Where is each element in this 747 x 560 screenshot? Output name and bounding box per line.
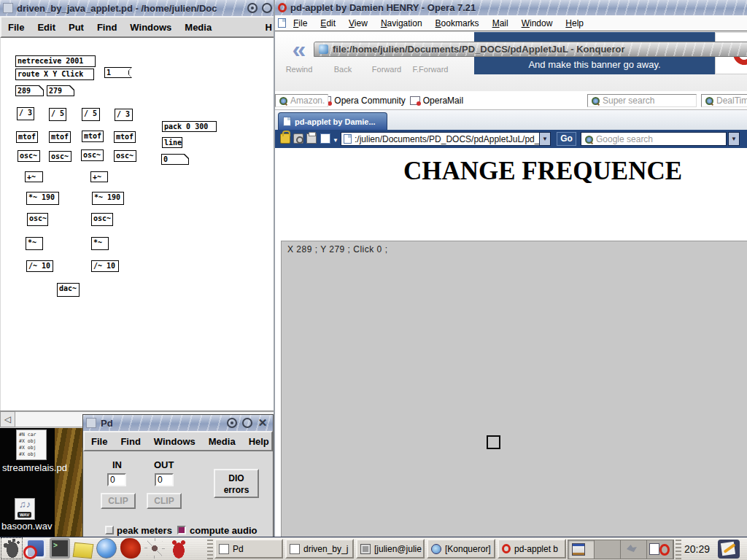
pd-node[interactable]: osc~ [18,150,40,162]
shade-button[interactable] [247,3,258,13]
pd-node[interactable]: 279 [47,85,74,96]
panel-handle[interactable] [676,539,681,559]
search-field[interactable]: Super search [587,94,697,107]
security-lock-icon[interactable] [280,133,290,144]
task-button[interactable]: pd-applet b [498,539,566,559]
pd-node[interactable]: *~ 190 [92,192,124,205]
bookmark-item[interactable]: OperaMail [410,96,463,106]
pd-node[interactable]: mtof [114,131,136,143]
workspace-cell[interactable] [647,540,673,559]
patch-menu-help[interactable]: H [259,22,274,33]
pd-menu-item[interactable]: Media [202,436,242,447]
pd-menu-item[interactable]: Find [114,436,147,447]
patch-menu-item[interactable]: Find [90,22,123,33]
launcher-icon[interactable] [120,538,141,559]
dropdown-caret-icon[interactable]: ▼ [333,137,338,144]
print-icon[interactable] [306,133,317,144]
opera-menu-item[interactable]: Bookmarks [430,18,485,28]
pd-node[interactable]: +~ [90,171,108,182]
bookmark-item[interactable]: Opera Community [321,96,405,106]
task-button[interactable]: driven_by_j [285,539,354,559]
pd-node[interactable]: dac~ [57,283,80,297]
pd-node[interactable]: osc~ [114,150,136,162]
address-input[interactable]: :/julien/Documents/PD_DOCS/pdAppletJuL/p… [341,132,551,146]
opera-menu-item[interactable]: Mail [487,18,514,28]
pd-main-titlebar[interactable]: Pd ✕ [83,415,273,431]
konqueror-titlebar[interactable]: file:/home/julien/Documents/PD_DOCS/pdAp… [314,42,747,57]
patch-menu-item[interactable]: Media [178,22,218,33]
out-level-value[interactable]: 0 [155,473,174,486]
task-button[interactable]: [julien@julie [356,539,425,559]
workspace-cell[interactable] [595,540,621,559]
opera-menu-item[interactable]: Edit [314,18,341,28]
patch-menu-item[interactable]: Edit [31,22,62,33]
maximize-button[interactable] [242,418,252,428]
patch-canvas[interactable]: netreceive 20011route X Y Click289279/ 3… [1,38,274,411]
search-field[interactable]: Amazon. [275,94,328,107]
launcher-icon[interactable] [1,538,22,559]
pd-node[interactable]: mtof [16,131,38,143]
peak-meters-checkbox[interactable] [105,526,114,534]
pd-node[interactable]: osc~ [49,151,71,162]
launcher-icon[interactable] [144,538,165,559]
clip-in-button[interactable]: CLIP [101,493,136,509]
workspace-cell[interactable] [621,540,647,559]
desktop-file-label[interactable]: basoon.wav [1,521,52,532]
opera-menu-item[interactable]: Help [560,18,589,28]
window-menu-icon[interactable] [3,3,13,13]
pd-node[interactable]: mtof [49,131,71,143]
tab-pd-applet[interactable]: pd-applet by Damie... [278,112,387,130]
task-button[interactable]: [Konqueror] [427,539,495,559]
scroll-left-arrow-icon[interactable]: ◁ [0,411,15,427]
panel-handle[interactable] [207,539,213,559]
patch-menu-item[interactable]: Put [62,22,90,33]
pd-node[interactable]: osc~ [91,213,113,226]
pd-menu-item[interactable]: Help [242,436,278,447]
close-icon[interactable]: ✕ [258,418,268,428]
pd-node[interactable]: 1 [104,67,132,78]
patch-menu-item[interactable]: File [1,22,31,33]
opera-menu-item[interactable]: Window [516,18,559,28]
applet-cursor-box[interactable] [487,435,500,449]
desktop-file-icon-streamrelais[interactable]: #N car#X obj#X obj#X obj [16,429,47,460]
patch-menu-item[interactable]: Windows [123,22,178,33]
pd-node[interactable]: netreceive 2001 [15,55,96,67]
launcher-icon[interactable] [73,542,94,558]
images-toggle-icon[interactable] [293,133,303,144]
pd-node[interactable]: *~ 190 [26,192,59,205]
desktop-file-label[interactable]: streamrelais.pd [2,462,67,473]
launcher-icon[interactable] [50,538,70,559]
clip-out-button[interactable]: CLIP [147,493,182,509]
launcher-icon[interactable] [169,538,189,559]
pd-node[interactable]: pack 0 300 [162,121,217,132]
pd-node[interactable]: / 3 [17,107,34,120]
java-applet-area[interactable]: X 289 ; Y 279 ; Click 0 ; [281,241,747,537]
launcher-icon[interactable] [96,538,117,559]
dio-errors-button[interactable]: DIO errors [214,469,259,498]
google-search-dropdown[interactable]: ▼ [728,132,740,146]
document-icon[interactable] [278,18,286,28]
pd-menu-item[interactable]: Windows [147,436,202,447]
compute-audio-checkbox[interactable] [177,526,186,534]
patch-window-titlebar[interactable]: driven_by_java_applet.pd - /home/julien/… [0,0,275,16]
pd-menu-item[interactable]: File [85,436,114,447]
pd-node[interactable]: osc~ [27,213,48,226]
maximize-button[interactable] [262,3,272,13]
pd-node[interactable]: /~ 10 [91,260,119,272]
google-search-input[interactable]: Google search [581,132,727,146]
pd-node[interactable]: 0 [161,154,189,165]
in-level-value[interactable]: 0 [107,473,126,486]
pd-node[interactable]: line [162,137,182,148]
launcher-icon[interactable] [26,538,46,559]
opera-menu-item[interactable]: File [287,18,313,28]
pd-node[interactable]: *~ [91,237,109,250]
pd-node[interactable]: route X Y Click [15,69,94,80]
opera-menu-item[interactable]: View [343,18,374,28]
opera-titlebar[interactable]: pd-applet by Damien HENRY - Opera 7.21 [275,0,747,15]
nav-button[interactable]: « Rewind [280,34,318,87]
pd-node[interactable]: / 3 [115,109,133,121]
pd-node[interactable]: / 5 [82,108,100,121]
shade-button[interactable] [227,418,237,428]
task-button[interactable]: Pd [214,539,283,559]
pd-node[interactable]: +~ [25,171,43,182]
